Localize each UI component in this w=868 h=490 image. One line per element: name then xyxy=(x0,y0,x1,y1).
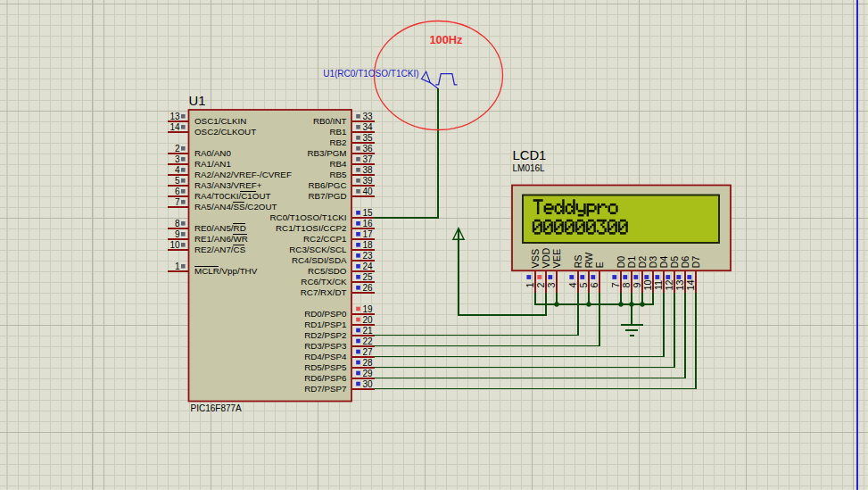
svg-text:8: 8 xyxy=(175,219,180,228)
svg-text:D4: D4 xyxy=(658,256,669,269)
svg-text:34: 34 xyxy=(363,122,374,132)
svg-text:1: 1 xyxy=(525,282,535,287)
svg-text:RC0/T1OSO/T1CKI: RC0/T1OSO/T1CKI xyxy=(269,212,346,222)
svg-text:3: 3 xyxy=(546,282,557,287)
svg-text:9: 9 xyxy=(632,282,642,287)
svg-text:11: 11 xyxy=(653,280,664,290)
svg-text:RA4/T0CKI/C1OUT: RA4/T0CKI/C1OUT xyxy=(194,191,270,201)
svg-text:LM016L: LM016L xyxy=(513,163,546,173)
svg-text:RD4/PSP4: RD4/PSP4 xyxy=(304,352,347,361)
svg-text:6: 6 xyxy=(175,187,180,196)
svg-text:RC7/RX/DT: RC7/RX/DT xyxy=(301,287,347,297)
svg-text:7: 7 xyxy=(610,282,621,287)
svg-text:D2: D2 xyxy=(637,256,648,269)
svg-text:21: 21 xyxy=(363,326,374,336)
svg-text:RC6/TX/CK: RC6/TX/CK xyxy=(301,277,347,287)
svg-text:RB1: RB1 xyxy=(329,127,346,137)
svg-text:29: 29 xyxy=(363,369,374,378)
svg-text:VEE: VEE xyxy=(551,249,562,269)
svg-text:RB5: RB5 xyxy=(329,170,347,179)
svg-text:3: 3 xyxy=(175,154,180,164)
svg-text:RB3/PGM: RB3/PGM xyxy=(307,148,346,158)
svg-text:RA3/AN3/VREF+: RA3/AN3/VREF+ xyxy=(194,180,262,190)
svg-text:D0: D0 xyxy=(616,256,626,269)
svg-text:24: 24 xyxy=(363,262,374,271)
svg-text:38: 38 xyxy=(363,165,374,175)
svg-text:4: 4 xyxy=(567,282,578,287)
svg-text:27: 27 xyxy=(363,347,374,357)
svg-text:19: 19 xyxy=(363,304,374,314)
svg-text:RA0/AN0: RA0/AN0 xyxy=(194,148,231,158)
svg-text:12: 12 xyxy=(664,279,674,290)
svg-text:RD0/PSP0: RD0/PSP0 xyxy=(304,309,347,319)
svg-text:RC5/SDO: RC5/SDO xyxy=(308,266,347,276)
svg-text:U1(RC0/T1OSO/T1CKI): U1(RC0/T1OSO/T1CKI) xyxy=(323,69,418,79)
svg-text:30: 30 xyxy=(363,379,374,389)
svg-text:RE2/AN7/CS: RE2/AN7/CS xyxy=(194,245,246,254)
svg-text:RE1/AN6/WR: RE1/AN6/WR xyxy=(194,234,248,244)
svg-text:28: 28 xyxy=(363,358,374,368)
svg-text:RD2/PSP2: RD2/PSP2 xyxy=(304,330,346,340)
svg-text:2: 2 xyxy=(535,282,546,287)
svg-text:RA1/AN1: RA1/AN1 xyxy=(194,159,231,169)
svg-text:25: 25 xyxy=(363,272,374,282)
svg-text:22: 22 xyxy=(363,336,374,346)
svg-text:15: 15 xyxy=(363,208,374,218)
svg-text:33: 33 xyxy=(363,112,374,121)
svg-text:VSS: VSS xyxy=(530,249,541,269)
svg-text:40: 40 xyxy=(363,187,374,196)
svg-text:8: 8 xyxy=(621,282,632,287)
svg-text:4: 4 xyxy=(175,165,180,175)
svg-text:RA2/AN2/VREF-/CVREF: RA2/AN2/VREF-/CVREF xyxy=(194,170,292,179)
svg-text:RD5/PSP5: RD5/PSP5 xyxy=(304,362,347,372)
svg-text:9: 9 xyxy=(175,229,180,239)
svg-text:100Hz: 100Hz xyxy=(430,33,463,46)
svg-text:D1: D1 xyxy=(626,256,637,269)
svg-text:RB4: RB4 xyxy=(329,159,347,169)
svg-text:23: 23 xyxy=(363,251,374,261)
svg-text:D6: D6 xyxy=(680,256,690,269)
svg-text:D7: D7 xyxy=(690,256,701,269)
svg-text:D3: D3 xyxy=(648,256,658,269)
svg-text:5: 5 xyxy=(578,282,589,287)
svg-text:17: 17 xyxy=(363,229,374,239)
svg-text:RD6/PSP6: RD6/PSP6 xyxy=(304,373,347,383)
svg-text:10: 10 xyxy=(642,279,653,290)
svg-text:6: 6 xyxy=(589,282,599,287)
svg-text:RC4/SDI/SDA: RC4/SDI/SDA xyxy=(292,255,347,265)
svg-text:VDD: VDD xyxy=(541,248,551,269)
svg-text:PIC16F877A: PIC16F877A xyxy=(191,403,243,413)
svg-text:1: 1 xyxy=(175,262,180,271)
svg-text:16: 16 xyxy=(363,219,374,228)
svg-text:20: 20 xyxy=(363,315,374,325)
svg-text:2: 2 xyxy=(175,144,180,154)
svg-text:OSC1/CLKIN: OSC1/CLKIN xyxy=(194,116,246,126)
svg-text:RC2/CCP1: RC2/CCP1 xyxy=(303,234,346,244)
svg-text:RW: RW xyxy=(583,252,594,269)
svg-text:RD7/PSP7: RD7/PSP7 xyxy=(304,384,346,394)
svg-text:RC1/T1OSI/CCP2: RC1/T1OSI/CCP2 xyxy=(276,223,347,233)
svg-text:13: 13 xyxy=(169,112,180,121)
svg-text:RC3/SCK/SCL: RC3/SCK/SCL xyxy=(289,245,347,254)
svg-text:5: 5 xyxy=(175,176,180,186)
svg-text:RB6/PGC: RB6/PGC xyxy=(308,180,346,190)
svg-text:RE0/AN5/RD: RE0/AN5/RD xyxy=(194,223,246,233)
svg-text:18: 18 xyxy=(363,240,374,250)
svg-text:RS: RS xyxy=(573,255,583,269)
svg-text:U1: U1 xyxy=(189,94,206,108)
svg-text:36: 36 xyxy=(363,144,374,154)
svg-text:RB2: RB2 xyxy=(329,137,346,147)
svg-text:RD1/PSP1: RD1/PSP1 xyxy=(304,320,346,329)
svg-text:RB7/PGD: RB7/PGD xyxy=(308,191,346,201)
svg-text:7: 7 xyxy=(175,197,180,207)
svg-text:39: 39 xyxy=(363,176,374,186)
svg-text:RA5/AN4/SS/C2OUT: RA5/AN4/SS/C2OUT xyxy=(194,202,277,212)
svg-text:RB0/INT: RB0/INT xyxy=(313,116,347,126)
svg-text:MCLR/Vpp/THV: MCLR/Vpp/THV xyxy=(194,266,258,276)
svg-text:D5: D5 xyxy=(669,256,680,269)
svg-text:RD3/PSP3: RD3/PSP3 xyxy=(304,341,347,351)
svg-text:OSC2/CLKOUT: OSC2/CLKOUT xyxy=(194,127,256,137)
svg-text:14: 14 xyxy=(685,279,696,290)
svg-text:26: 26 xyxy=(363,283,374,293)
svg-text:13: 13 xyxy=(674,279,685,290)
